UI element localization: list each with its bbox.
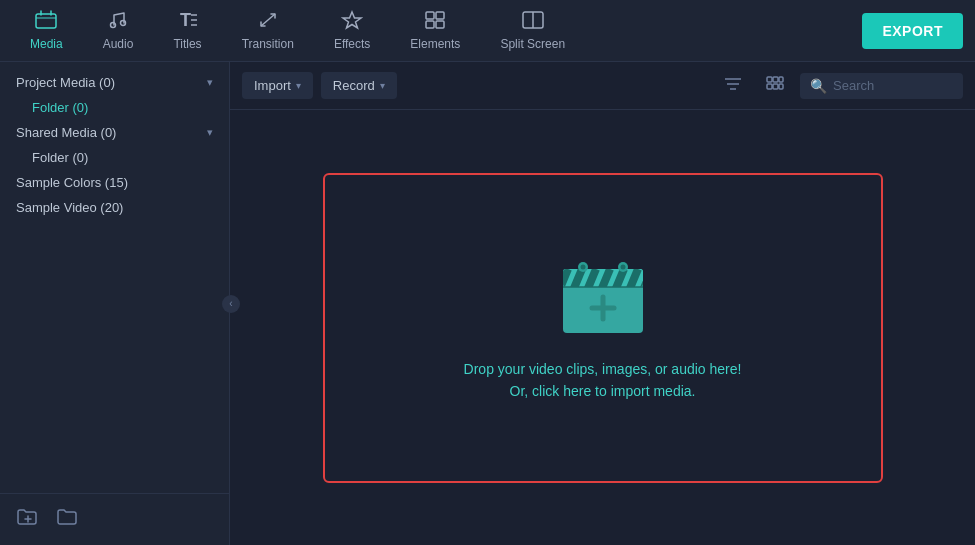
chevron-down-icon: ▾ bbox=[207, 126, 213, 139]
export-button[interactable]: EXPORT bbox=[862, 13, 963, 49]
import-chevron-icon: ▾ bbox=[296, 80, 301, 91]
nav-label-media: Media bbox=[30, 37, 63, 51]
svg-text:T: T bbox=[180, 10, 191, 30]
record-chevron-icon: ▾ bbox=[380, 80, 385, 91]
svg-marker-7 bbox=[343, 12, 361, 28]
nav-label-titles: Titles bbox=[173, 37, 201, 51]
svg-rect-10 bbox=[426, 21, 434, 28]
svg-rect-22 bbox=[767, 84, 772, 89]
sidebar-item-sample-video[interactable]: Sample Video (20) bbox=[0, 195, 229, 220]
import-label: Import bbox=[254, 78, 291, 93]
folder-icon[interactable] bbox=[56, 506, 80, 533]
svg-rect-23 bbox=[773, 84, 778, 89]
record-label: Record bbox=[333, 78, 375, 93]
nav-label-split-screen: Split Screen bbox=[500, 37, 565, 51]
svg-point-40 bbox=[580, 264, 585, 269]
search-icon: 🔍 bbox=[810, 78, 827, 94]
nav-item-effects[interactable]: Effects bbox=[316, 4, 388, 57]
titles-icon: T bbox=[177, 10, 199, 33]
top-navigation: Media Audio T Titles bbox=[0, 0, 975, 62]
drop-zone[interactable]: Drop your video clips, images, or audio … bbox=[323, 173, 883, 483]
nav-item-transition[interactable]: Transition bbox=[224, 4, 312, 57]
nav-item-titles[interactable]: T Titles bbox=[155, 4, 219, 57]
split-screen-icon bbox=[522, 10, 544, 33]
sidebar-item-project-media[interactable]: Project Media (0) ▾ bbox=[0, 70, 229, 95]
svg-rect-21 bbox=[779, 77, 783, 82]
nav-label-audio: Audio bbox=[103, 37, 134, 51]
svg-point-1 bbox=[111, 23, 116, 28]
elements-icon bbox=[424, 10, 446, 33]
drop-zone-text: Drop your video clips, images, or audio … bbox=[464, 358, 742, 403]
content-toolbar: Import ▾ Record ▾ bbox=[230, 62, 975, 110]
svg-rect-24 bbox=[779, 84, 783, 89]
media-icon bbox=[35, 10, 57, 33]
nav-item-elements[interactable]: Elements bbox=[392, 4, 478, 57]
effects-icon bbox=[341, 10, 363, 33]
nav-item-media[interactable]: Media bbox=[12, 4, 81, 57]
sidebar-collapse-button[interactable]: ‹ bbox=[222, 295, 240, 313]
sidebar-list: Project Media (0) ▾ Folder (0) Shared Me… bbox=[0, 62, 229, 493]
nav-label-transition: Transition bbox=[242, 37, 294, 51]
audio-icon bbox=[107, 10, 129, 33]
sidebar-footer bbox=[0, 493, 229, 545]
main-area: Project Media (0) ▾ Folder (0) Shared Me… bbox=[0, 62, 975, 545]
drop-zone-container: Drop your video clips, images, or audio … bbox=[230, 110, 975, 545]
svg-rect-19 bbox=[767, 77, 772, 82]
nav-label-effects: Effects bbox=[334, 37, 370, 51]
new-folder-icon[interactable] bbox=[16, 506, 40, 533]
svg-rect-9 bbox=[436, 12, 444, 19]
svg-rect-0 bbox=[36, 14, 56, 28]
clapperboard-icon bbox=[558, 253, 648, 338]
filter-icon[interactable] bbox=[716, 72, 750, 100]
sidebar-item-sample-colors[interactable]: Sample Colors (15) bbox=[0, 170, 229, 195]
grid-view-icon[interactable] bbox=[758, 72, 792, 100]
record-button[interactable]: Record ▾ bbox=[321, 72, 397, 99]
sidebar-item-folder-1[interactable]: Folder (0) bbox=[0, 145, 229, 170]
nav-item-audio[interactable]: Audio bbox=[85, 4, 152, 57]
sidebar: Project Media (0) ▾ Folder (0) Shared Me… bbox=[0, 62, 230, 545]
search-box: 🔍 bbox=[800, 73, 963, 99]
content-panel: Import ▾ Record ▾ bbox=[230, 62, 975, 545]
nav-label-elements: Elements bbox=[410, 37, 460, 51]
import-button[interactable]: Import ▾ bbox=[242, 72, 313, 99]
svg-point-2 bbox=[121, 21, 126, 26]
svg-rect-20 bbox=[773, 77, 778, 82]
nav-item-split-screen[interactable]: Split Screen bbox=[482, 4, 583, 57]
svg-rect-8 bbox=[426, 12, 434, 19]
sidebar-item-folder-0[interactable]: Folder (0) bbox=[0, 95, 229, 120]
search-input[interactable] bbox=[833, 78, 953, 93]
sidebar-item-shared-media[interactable]: Shared Media (0) ▾ bbox=[0, 120, 229, 145]
svg-point-42 bbox=[620, 264, 625, 269]
chevron-down-icon: ▾ bbox=[207, 76, 213, 89]
svg-rect-11 bbox=[436, 21, 444, 28]
transition-icon bbox=[257, 10, 279, 33]
